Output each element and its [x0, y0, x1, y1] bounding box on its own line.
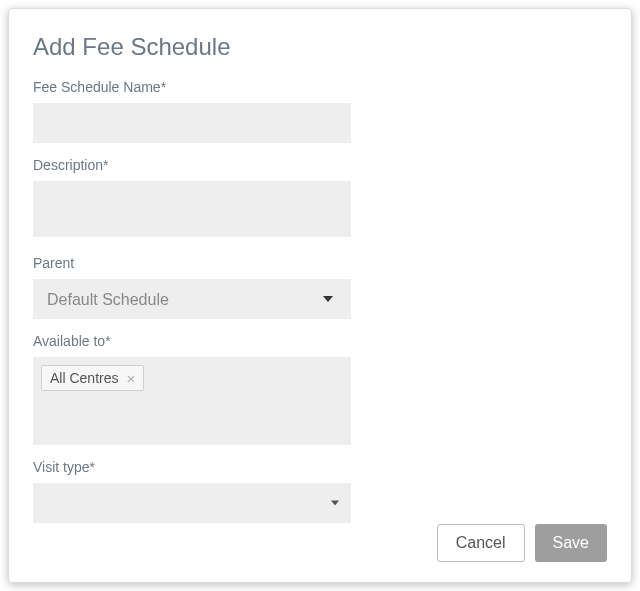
tag-chip-all-centres: All Centres × — [41, 365, 144, 391]
fee-schedule-name-label: Fee Schedule Name* — [33, 79, 351, 95]
visit-type-label: Visit type* — [33, 459, 351, 475]
save-button[interactable]: Save — [535, 524, 607, 562]
close-icon[interactable]: × — [126, 371, 135, 386]
tag-label: All Centres — [50, 370, 118, 386]
description-input[interactable] — [33, 181, 351, 237]
parent-select-wrap: Default Schedule — [33, 279, 351, 319]
cancel-button[interactable]: Cancel — [437, 524, 525, 562]
available-to-input[interactable]: All Centres × — [33, 357, 351, 445]
fee-schedule-name-input[interactable] — [33, 103, 351, 143]
available-to-label: Available to* — [33, 333, 351, 349]
add-fee-schedule-dialog: Add Fee Schedule Fee Schedule Name* Desc… — [8, 8, 632, 583]
visit-type-select[interactable] — [33, 483, 351, 523]
button-row: Cancel Save — [437, 524, 607, 562]
visit-type-select-wrap — [33, 483, 351, 523]
dialog-title: Add Fee Schedule — [33, 33, 607, 61]
parent-label: Parent — [33, 255, 351, 271]
parent-select[interactable]: Default Schedule — [33, 279, 351, 319]
form-area: Fee Schedule Name* Description* Parent D… — [33, 79, 351, 523]
description-label: Description* — [33, 157, 351, 173]
